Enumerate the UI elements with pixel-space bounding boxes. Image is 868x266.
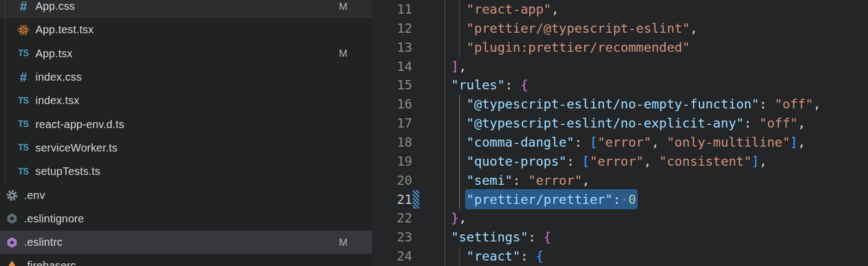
code-line-15[interactable]: "rules": { [372,76,868,95]
code-token: { [543,229,551,245]
code-token: : [759,96,774,112]
file-row-index-css[interactable]: #index.css [0,65,372,89]
code-token [436,59,451,74]
ts-icon: TS [17,141,30,154]
code-token: } [451,210,459,226]
file-row-eslintignore[interactable]: .eslintignore [0,207,372,231]
file-label: react-app-env.d.ts [35,118,124,131]
code-token: "only-multiline" [667,135,790,150]
code-token: : [528,229,536,245]
code-token [436,229,451,245]
code-token: "comma-dangle" [467,135,574,150]
file-row-content: .eslintrcM [0,231,372,254]
code-line-17[interactable]: "@typescript-eslint/no-explicit-any": "o… [372,114,868,133]
code-token: "consistent" [659,154,751,169]
code-token [513,77,521,93]
code-token [436,173,467,188]
file-label: .env [24,189,45,202]
code-line-14[interactable]: ], [372,57,868,76]
file-label: index.tsx [35,94,80,107]
code-token: , [798,135,805,150]
code-token: , [651,135,667,150]
code-token: "@typescript-eslint/no-empty-function" [467,96,760,112]
file-row-content: TSindex.tsx [0,89,372,112]
file-row-content: #index.css [0,65,372,89]
code-line-16[interactable]: "@typescript-eslint/no-empty-function": … [372,95,868,114]
code-token: "plugin:prettier/recommended" [467,40,690,55]
code-line-19[interactable]: "quote-props": ["error", "consistent"], [372,152,868,171]
file-label: setupTests.ts [35,165,100,178]
code-token [436,210,451,226]
code-token: ] [451,59,459,74]
code-token: : [505,77,512,93]
code-token: : [574,135,590,150]
code-token [436,21,467,36]
code-token: "off" [759,116,798,131]
code-line-20[interactable]: "semi": "error", [372,171,868,190]
git-modified-badge: M [339,47,347,59]
explorer-sidebar: #App.cssMApp.test.tsxTSApp.tsxM#index.cs… [0,0,372,266]
code-token: , [690,21,698,36]
file-row-app-test-tsx[interactable]: App.test.tsx [0,18,372,41]
file-row-app-css[interactable]: #App.cssM [0,0,372,18]
code-token: : [512,173,528,188]
code-token: , [644,154,659,169]
code-token: "prettier/@typescript-eslint" [467,21,690,36]
file-row-app-tsx[interactable]: TSApp.tsxM [0,42,372,65]
code-token: "error" [528,173,582,188]
code-line-23[interactable]: "settings": { [372,228,868,247]
code-token: , [551,2,559,17]
git-modified-badge: M [339,237,347,249]
code-line-24[interactable]: "react": { [372,247,868,266]
code-token [436,135,467,150]
code-token: [ [590,135,597,150]
file-list: #App.cssMApp.test.tsxTSApp.tsxM#index.cs… [0,0,372,266]
text-selection-highlight: "prettier/prettier":·0 [465,189,638,209]
ts-icon: TS [17,94,30,107]
code-token: , [798,116,805,131]
code-line-22[interactable]: }, [372,209,868,228]
code-token [536,229,543,245]
file-label: serviceWorker.ts [35,142,118,154]
explorer-indent-guide [5,0,6,185]
code-line-21[interactable]: "prettier/prettier":·0 [372,190,868,209]
code-token: "react" [467,249,521,264]
code-token: "rules" [451,77,505,93]
ts-icon: TS [17,165,30,178]
code-token [528,249,536,264]
code-line-12[interactable]: "prettier/@typescript-eslint", [372,19,868,38]
file-row-index-tsx[interactable]: TSindex.tsx [0,89,372,112]
file-label: .eslintrc [24,236,63,249]
flame-icon [5,259,19,266]
code-token: "error" [597,135,651,150]
file-row-content: App.test.tsx [0,18,372,41]
file-row-content: #App.cssM [0,0,372,18]
css-hash-icon: # [17,0,30,13]
file-row-content: .firebaserc [0,254,372,266]
code-token: "off" [775,96,814,112]
code-token: , [582,173,590,188]
code-token: "react-app" [467,2,552,17]
file-row-serviceworker-ts[interactable]: TSserviceWorker.ts [0,136,372,160]
code-token [436,249,467,264]
code-line-13[interactable]: "plugin:prettier/recommended" [372,38,868,57]
file-row-react-app-env-d-ts[interactable]: TSreact-app-env.d.ts [0,112,372,136]
file-label: index.css [35,71,82,83]
file-row-firebaserc[interactable]: .firebaserc [0,254,372,266]
code-token: : [521,249,528,264]
code-token [436,96,467,112]
code-token [436,154,467,169]
code-editor[interactable]: 1112131415161718192021222324 "react-app"… [372,0,868,266]
file-row-eslintrc[interactable]: .eslintrcM [0,231,372,254]
code-line-11[interactable]: "react-app", [372,0,868,19]
file-row-content: TSsetupTests.ts [0,160,372,183]
code-token [436,192,467,207]
code-token: "semi" [467,173,513,188]
code-token: "quote-props" [467,154,567,169]
file-label: .firebaserc [24,259,76,266]
code-line-18[interactable]: "comma-dangle": ["error", "only-multilin… [372,133,868,152]
file-row-setuptests-ts[interactable]: TSsetupTests.ts [0,160,372,183]
code-token: , [759,154,767,169]
css-hash-icon: # [17,71,30,84]
file-row-env[interactable]: .env [0,183,372,207]
